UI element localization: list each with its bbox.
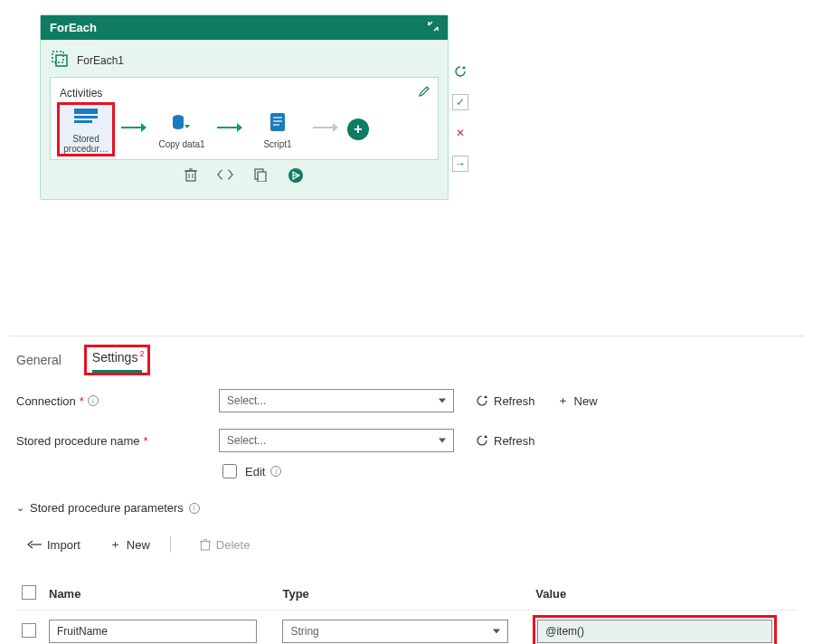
error-icon[interactable]: ✕ [452, 125, 468, 141]
foreach-header[interactable]: ForEach [41, 15, 448, 40]
svg-rect-21 [258, 172, 266, 182]
required-icon: * [144, 434, 148, 448]
activity-copy-data[interactable]: Copy data1 [156, 110, 208, 149]
select-all-checkbox[interactable] [22, 585, 36, 600]
required-icon: * [80, 394, 84, 408]
foreach-title: ForEach [50, 21, 97, 34]
svg-rect-3 [74, 116, 98, 118]
copy-icon[interactable] [253, 167, 268, 186]
param-name-input[interactable] [49, 620, 257, 643]
new-label: New [127, 538, 150, 552]
col-type: Type [277, 578, 530, 611]
new-label: New [574, 394, 598, 408]
tab-general[interactable]: General [16, 353, 61, 373]
success-icon[interactable]: ✓ [452, 94, 468, 110]
activity-script[interactable]: Script1 [251, 110, 304, 149]
param-type-select[interactable]: String [282, 620, 508, 643]
svg-rect-15 [186, 171, 195, 181]
refresh-icon[interactable] [452, 63, 468, 80]
new-param-button[interactable]: ＋ New [109, 536, 150, 553]
tab-bar: General Settings2 [9, 336, 804, 373]
col-value: Value [530, 578, 797, 611]
new-connection-button[interactable]: ＋ New [557, 393, 598, 409]
value-text: @item() [545, 625, 584, 638]
run-icon[interactable] [288, 167, 304, 186]
tab-settings[interactable]: Settings2 [92, 350, 143, 373]
sp-params-section-toggle[interactable]: ⌄ Stored procedure parameters i [16, 501, 797, 515]
delete-label: Delete [216, 538, 251, 552]
sp-params-label: Stored procedure parameters [30, 501, 184, 515]
foreach-icon [50, 49, 70, 71]
activity-label: Copy data1 [156, 139, 208, 149]
collapse-icon[interactable] [428, 21, 439, 34]
edit-checkbox[interactable] [222, 464, 237, 478]
connection-select[interactable]: Select... [219, 389, 454, 412]
row-checkbox[interactable] [22, 623, 36, 638]
status-icons: ✓ ✕ → [452, 63, 468, 172]
info-icon[interactable]: i [270, 466, 281, 477]
svg-point-8 [173, 124, 184, 129]
navigate-icon[interactable]: → [452, 156, 468, 172]
param-value-input[interactable]: @item() [537, 620, 772, 643]
delete-param-button[interactable]: Delete [200, 538, 251, 552]
arrow-icon [313, 121, 338, 137]
sp-name-select[interactable]: Select... [219, 429, 454, 452]
arrow-icon [121, 121, 147, 137]
info-icon[interactable]: i [189, 503, 200, 514]
arrow-icon [217, 121, 242, 137]
svg-rect-1 [56, 55, 67, 66]
activity-label: Stored procedur… [60, 134, 112, 154]
edit-activities-icon[interactable] [418, 85, 430, 100]
activity-label: Script1 [251, 139, 304, 149]
refresh-label: Refresh [494, 434, 535, 448]
params-table: Name Type Value String @item() [16, 578, 797, 644]
delete-icon[interactable] [184, 167, 197, 186]
svg-rect-0 [52, 52, 63, 62]
svg-rect-25 [201, 542, 209, 551]
activities-panel: Activities Stored procedur… [50, 77, 439, 160]
col-name: Name [43, 578, 277, 611]
tab-settings-label: Settings [92, 350, 138, 365]
connection-label: Connection [16, 394, 76, 408]
svg-rect-4 [74, 120, 92, 123]
select-placeholder: Select... [227, 394, 266, 407]
import-button[interactable]: Import [27, 538, 80, 552]
foreach-name: ForEach1 [77, 54, 124, 67]
select-placeholder: Select... [227, 434, 266, 447]
refresh-connection-button[interactable]: Refresh [476, 394, 535, 408]
separator [170, 536, 171, 553]
svg-rect-10 [270, 113, 285, 131]
svg-rect-2 [74, 109, 98, 114]
import-label: Import [47, 538, 80, 552]
table-row: String @item() [16, 611, 797, 645]
code-icon[interactable] [217, 167, 233, 186]
sp-name-label: Stored procedure name [16, 434, 140, 448]
type-value: String [290, 625, 318, 638]
foreach-container: ForEach ForEach1 Activities Stored proce… [40, 14, 449, 200]
refresh-sp-button[interactable]: Refresh [476, 434, 535, 448]
chevron-down-icon: ⌄ [16, 502, 24, 514]
edit-label: Edit [245, 465, 265, 478]
add-activity-button[interactable]: + [347, 118, 369, 140]
activities-label: Activities [60, 87, 429, 99]
refresh-label: Refresh [494, 394, 535, 408]
activity-stored-procedure[interactable]: Stored procedur… [60, 105, 112, 154]
tab-badge: 2 [139, 349, 144, 358]
info-icon[interactable]: i [88, 395, 99, 406]
